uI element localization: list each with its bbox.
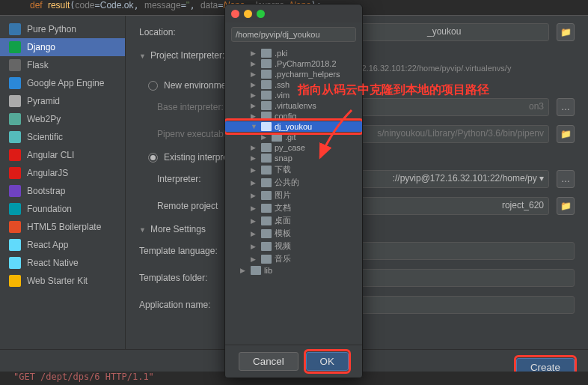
expand-icon[interactable]: ▶ xyxy=(251,102,258,109)
framework-icon xyxy=(9,167,21,179)
tree-row[interactable]: ▶音乐 xyxy=(225,252,362,265)
titlebar[interactable] xyxy=(225,4,362,22)
expand-icon[interactable]: ▶ xyxy=(240,267,248,274)
sidebar-item-google-app-engine[interactable]: Google App Engine xyxy=(0,74,125,92)
tree-row[interactable]: ▶.virtualenvs xyxy=(225,100,362,111)
sidebar-item-pyramid[interactable]: Pyramid xyxy=(0,92,125,110)
tree-row[interactable]: ▼dj_youkou xyxy=(225,121,362,132)
expand-icon[interactable]: ▶ xyxy=(251,81,258,88)
tree-row[interactable]: ▶模板 xyxy=(225,227,362,240)
expand-icon[interactable]: ▶ xyxy=(251,217,258,225)
location-label: Location: xyxy=(139,27,229,37)
folder-icon xyxy=(261,91,272,100)
expand-icon[interactable]: ▶ xyxy=(251,144,258,151)
framework-icon xyxy=(9,95,21,107)
framework-icon xyxy=(9,113,21,125)
folder-icon xyxy=(261,80,272,89)
folder-icon xyxy=(261,59,272,68)
tree-row[interactable]: ▶.ssh xyxy=(225,79,362,90)
folder-icon xyxy=(261,229,272,238)
expand-icon[interactable]: ▶ xyxy=(251,166,258,174)
folder-icon xyxy=(272,133,282,142)
tree-row[interactable]: ▶桌面 xyxy=(225,214,362,227)
tree-row[interactable]: ▶公共的 xyxy=(225,176,362,189)
folder-icon xyxy=(261,122,272,131)
sidebar-item-angular-cli[interactable]: Angular CLI xyxy=(0,146,125,164)
ellipsis-icon[interactable]: … xyxy=(557,170,575,188)
cancel-button[interactable]: Cancel xyxy=(239,352,298,371)
radio-existing[interactable] xyxy=(148,153,158,163)
tree-row[interactable]: ▶图片 xyxy=(225,189,362,201)
sidebar-item-scientific[interactable]: Scientific xyxy=(0,128,125,146)
expand-icon[interactable]: ▶ xyxy=(251,230,258,237)
framework-icon xyxy=(9,239,21,251)
tree-row[interactable]: ▶视频 xyxy=(225,240,362,252)
folder-icon xyxy=(261,154,272,163)
tree-row[interactable]: ▶config xyxy=(225,111,362,121)
folder-icon xyxy=(261,70,272,79)
ok-button[interactable]: OK xyxy=(306,352,349,371)
expand-icon[interactable]: ▶ xyxy=(251,154,258,162)
sidebar-item-html5-boilerplate[interactable]: HTML5 Boilerplate xyxy=(0,218,125,236)
framework-icon xyxy=(9,131,21,143)
ellipsis-icon[interactable]: … xyxy=(557,98,575,116)
folder-icon xyxy=(261,204,272,213)
sidebar-item-react-app[interactable]: React App xyxy=(0,236,125,254)
framework-icon xyxy=(9,203,21,215)
sidebar-item-bootstrap[interactable]: Bootstrap xyxy=(0,182,125,200)
path-input[interactable] xyxy=(231,27,356,42)
folder-icon xyxy=(261,101,272,110)
folder-icon xyxy=(261,143,272,152)
expand-icon[interactable]: ▶ xyxy=(251,70,258,78)
browse-location-icon[interactable]: 📁 xyxy=(557,23,575,41)
expand-icon[interactable]: ▶ xyxy=(251,255,258,263)
expand-icon[interactable]: ▼ xyxy=(251,123,258,130)
tree-row[interactable]: ▶文档 xyxy=(225,201,362,214)
folder-icon xyxy=(261,178,272,187)
tree-row[interactable]: ▶.pycharm_helpers xyxy=(225,69,362,79)
folder-icon xyxy=(261,112,272,121)
folder-icon xyxy=(261,49,272,58)
expand-icon[interactable]: ▶ xyxy=(251,179,258,187)
framework-icon xyxy=(9,275,21,287)
file-tree[interactable]: ▶.pki▶.PyCharm2018.2▶.pycharm_helpers▶.s… xyxy=(225,46,362,345)
sidebar-item-web2py[interactable]: Web2Py xyxy=(0,110,125,128)
expand-icon[interactable]: ▶ xyxy=(251,204,258,212)
tree-row[interactable]: ▶.PyCharm2018.2 xyxy=(225,58,362,69)
tree-row[interactable]: ▶lib xyxy=(225,265,362,276)
expand-icon[interactable]: ▶ xyxy=(261,133,269,141)
tree-row[interactable]: ▶.pki xyxy=(225,48,362,58)
tree-row[interactable]: ▶下载 xyxy=(225,163,362,176)
sidebar-item-angularjs[interactable]: AngularJS xyxy=(0,164,125,182)
minimize-icon[interactable] xyxy=(244,10,252,18)
radio-new-env[interactable] xyxy=(148,81,158,91)
framework-icon xyxy=(9,149,21,161)
tree-row[interactable]: ▶snap xyxy=(225,153,362,163)
tree-row[interactable]: ▶.git xyxy=(225,132,362,142)
expand-icon[interactable]: ▶ xyxy=(251,243,258,250)
remote-hint: vip@172.16.32.101:22/home/pyvip/.virtual… xyxy=(334,64,575,73)
framework-icon xyxy=(9,59,21,71)
folder-icon xyxy=(261,255,272,264)
tpl-folder-label: Templates folder: xyxy=(139,273,229,283)
browse-icon[interactable]: 📁 xyxy=(557,125,575,143)
expand-icon[interactable]: ▶ xyxy=(251,112,258,120)
framework-icon xyxy=(9,185,21,197)
tree-row[interactable]: ▶.vim xyxy=(225,90,362,100)
framework-icon xyxy=(9,221,21,233)
sidebar-item-flask[interactable]: Flask xyxy=(0,56,125,74)
expand-icon[interactable]: ▶ xyxy=(251,60,258,67)
tree-row[interactable]: ▶py_case xyxy=(225,142,362,153)
expand-icon[interactable]: ▶ xyxy=(251,49,258,57)
sidebar-item-foundation[interactable]: Foundation xyxy=(0,200,125,218)
file-chooser-dialog: ▶.pki▶.PyCharm2018.2▶.pycharm_helpers▶.s… xyxy=(224,4,363,378)
zoom-icon[interactable] xyxy=(257,10,265,18)
expand-icon[interactable]: ▶ xyxy=(251,192,258,199)
sidebar-item-pure-python[interactable]: Pure Python xyxy=(0,20,125,38)
sidebar-item-django[interactable]: Django xyxy=(0,38,125,56)
sidebar-item-web-starter-kit[interactable]: Web Starter Kit xyxy=(0,272,125,290)
close-icon[interactable] xyxy=(231,10,239,18)
expand-icon[interactable]: ▶ xyxy=(251,91,258,99)
browse-icon[interactable]: 📁 xyxy=(557,197,575,215)
sidebar-item-react-native[interactable]: React Native xyxy=(0,254,125,272)
